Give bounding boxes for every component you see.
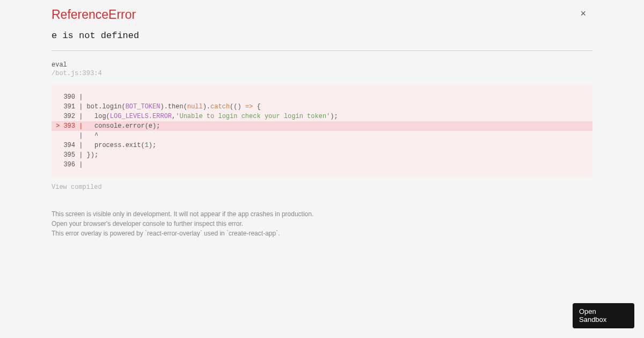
code-line-393-highlight: > 393 | console.error(e); bbox=[52, 121, 592, 131]
code-block: 390 | 391 | bot.login(BOT_TOKEN).then(nu… bbox=[52, 85, 592, 177]
view-compiled-link[interactable]: View compiled bbox=[52, 183, 102, 191]
sandbox-label-line2: Sandbox bbox=[579, 315, 606, 324]
error-message: e is not defined bbox=[52, 31, 592, 41]
close-button[interactable]: × bbox=[580, 9, 586, 18]
sandbox-label-line1: Open bbox=[579, 307, 596, 315]
divider bbox=[52, 50, 592, 51]
open-sandbox-button[interactable]: Open Sandbox bbox=[573, 303, 634, 328]
code-line-394: 394 | process.exit(1); bbox=[56, 142, 156, 149]
footer-text: This screen is visible only in developme… bbox=[52, 209, 592, 238]
stack-func: eval bbox=[52, 61, 592, 70]
code-line-390: 390 | bbox=[56, 93, 87, 101]
code-line-396: 396 | bbox=[56, 161, 87, 168]
stack-location: /bot.js:393:4 bbox=[52, 70, 592, 77]
error-overlay: × ReferenceError e is not defined eval /… bbox=[0, 0, 644, 238]
error-title: ReferenceError bbox=[52, 8, 592, 22]
code-line-395: 395 | }); bbox=[56, 151, 98, 159]
footer-line-1: This screen is visible only in developme… bbox=[52, 209, 592, 219]
code-line-392: 392 | log(LOG_LEVELS.ERROR,'Unable to lo… bbox=[56, 113, 338, 120]
code-line-391: 391 | bot.login(BOT_TOKEN).then(null).ca… bbox=[56, 103, 261, 111]
code-caret-line: | ^ bbox=[56, 132, 98, 139]
footer-line-2: Open your browser's developer console to… bbox=[52, 219, 592, 229]
footer-line-3: This error overlay is powered by `react-… bbox=[52, 229, 592, 238]
